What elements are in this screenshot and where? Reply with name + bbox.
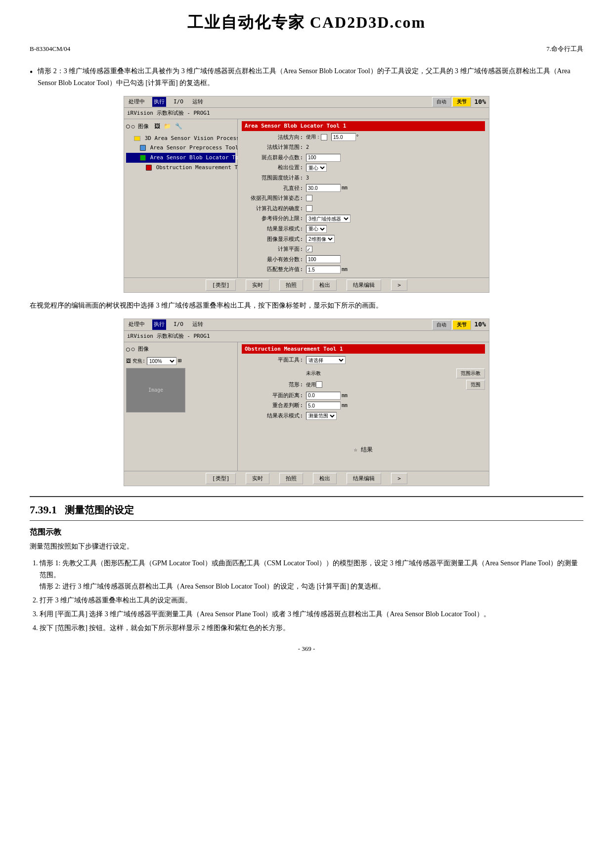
menu2-item-run[interactable]: 运转: [191, 320, 205, 330]
left-panel-2: ○ ○ 图像 🖼 究焦: 100% ⊞ Image: [124, 342, 238, 471]
ui-body-2: ○ ○ 图像 🖼 究焦: 100% ⊞ Image Obstruction Me…: [124, 342, 489, 471]
menu2-item-processing[interactable]: 处理中: [127, 320, 146, 330]
focus-label: 究焦:: [132, 357, 145, 365]
input-holedia[interactable]: [306, 184, 341, 192]
form-row-roundbase: 范围圆度统计基: 3: [242, 174, 485, 183]
tree-item-root[interactable]: 3D Area Sensor Vision Process: [126, 134, 235, 143]
form-row-reflimit: 参考得分的上限: 3维广域传感器: [242, 214, 485, 223]
form-row-calcplane: 计算平面:: [242, 245, 485, 254]
step-2-text: 打开 3 维广域传感器重叠率检出工具的设定画面。: [40, 596, 192, 604]
tab-realtime-1[interactable]: 实时: [246, 279, 269, 291]
val-linerange: 2: [306, 143, 309, 151]
label-resultmode: 结果表示模式:: [242, 411, 306, 420]
result-section: ☆ 结果: [242, 445, 485, 455]
result-label: ☆ 结果: [354, 446, 373, 453]
input-planedist[interactable]: [306, 392, 341, 400]
menu2-item-io[interactable]: I/O: [172, 320, 185, 330]
tab-more-1[interactable]: >: [391, 279, 407, 291]
select-planetool[interactable]: 请选择: [306, 356, 346, 364]
input-linedir-val[interactable]: [331, 133, 356, 141]
tab-photo-1[interactable]: 拍照: [279, 279, 303, 291]
toolbar-zoom-row: 🖼 究焦: 100% ⊞: [126, 356, 235, 365]
input-matchtol[interactable]: [306, 266, 341, 274]
tree-item-preprocess[interactable]: Area Sensor Preprocess Tool 1: [126, 143, 235, 153]
ui-screenshot-2: 处理中 执行 I/O 运转 自动 关节 10% iRVision 示数和试验 -…: [124, 319, 489, 486]
select-reflimit[interactable]: 3维广域传感器: [306, 215, 350, 223]
step-1: 情形 1: 先教父工具（图形匹配工具（GPM Locator Tool）或曲面匹…: [40, 557, 583, 593]
tab2-type[interactable]: [类型]: [206, 473, 236, 485]
zoom-icon: 🖼: [126, 357, 131, 365]
step-2: 打开 3 维广域传感器重叠率检出工具的设定画面。: [40, 594, 583, 606]
tool-icon-3: [146, 165, 152, 171]
checkbox-linedir[interactable]: [321, 134, 327, 140]
menu-item-processing[interactable]: 处理中: [127, 97, 146, 107]
label-imgmode: 图像显示模式:: [242, 235, 306, 244]
range-btn-2[interactable]: 范围: [466, 380, 485, 390]
section-divider: [30, 520, 583, 521]
form-row-detpos: 检出位置: 重心: [242, 163, 485, 172]
select-resultmode[interactable]: 测量范围: [306, 412, 337, 420]
checkbox-use[interactable]: [316, 381, 322, 388]
val-roundbase: 3: [306, 174, 309, 182]
zoom-select[interactable]: 100%: [147, 357, 176, 365]
select-detpos[interactable]: 重心: [306, 164, 327, 172]
tune-button-1[interactable]: 关节: [452, 97, 471, 107]
label-holedia: 孔直径:: [242, 184, 306, 193]
form-row-minscore: 最小有效分数:: [242, 255, 485, 264]
right-panel-2: Obstruction Measurement Tool 1 平面工具: 请选择…: [238, 342, 489, 471]
input-minscore[interactable]: [306, 255, 341, 263]
panel-title-2: Obstruction Measurement Tool 1: [242, 344, 485, 354]
tab2-detect[interactable]: 检出: [313, 473, 337, 485]
ui-screenshot-1: 处理中 执行 I/O 运转 自动 关节 10% iRVision 示数和试验 -…: [124, 96, 489, 293]
circle-icon-2: ○: [126, 344, 130, 355]
menu2-item-execute[interactable]: 执行: [152, 320, 166, 330]
page-number: - 369 -: [30, 644, 583, 654]
tab-type-1[interactable]: [类型]: [206, 279, 236, 291]
menu-item-run[interactable]: 运转: [191, 97, 205, 107]
label-linedir: 法线方向:: [242, 133, 306, 142]
use-label: 使用: [306, 381, 316, 389]
input-overlaptol[interactable]: [306, 402, 341, 410]
tab2-more[interactable]: >: [391, 473, 407, 485]
unit-deg: °: [356, 133, 359, 141]
step-4: 按下 [范围示教] 按钮。这样，就会如下所示那样显示 2 维图像和紫红色的长方形…: [40, 622, 583, 634]
label-minscore: 最小有效分数:: [242, 255, 306, 264]
label-profile: 范形:: [242, 380, 306, 389]
tree-item-obstruction[interactable]: Obstruction Measurement Tool 1: [126, 163, 235, 173]
bottom-bar-1: [类型] 实时 拍照 检出 结果编辑 >: [124, 277, 489, 293]
checkbox-calchole[interactable]: [306, 205, 312, 212]
tree-item-blob-locator[interactable]: Area Sensor Blob Locator Tool 1: [126, 153, 235, 163]
left-panel-1: ○ ○ 图像 🖼 📁 🔧 3D Area Sensor Vision Proce…: [124, 119, 238, 277]
auto-button-1[interactable]: 自动: [432, 97, 451, 107]
menu-item-io[interactable]: I/O: [172, 97, 185, 107]
subsection-title: 范围示教: [30, 526, 583, 539]
auto-button-2[interactable]: 自动: [432, 320, 451, 330]
tab2-photo[interactable]: 拍照: [279, 473, 303, 485]
range-teach-btn[interactable]: 范围示教: [456, 368, 485, 378]
select-imgmode[interactable]: 2维图像: [306, 235, 335, 243]
select-dispmode[interactable]: 重心: [306, 225, 327, 233]
menu-item-execute[interactable]: 执行: [152, 97, 166, 107]
checkbox-calcatt[interactable]: [306, 195, 312, 201]
image-label-2: ○ 图像: [131, 345, 149, 354]
not-taught-label: 未示教: [306, 369, 456, 377]
image-area-2: Image: [126, 368, 185, 412]
expand-icon[interactable]: ⊞: [178, 356, 181, 365]
label-dispmode: 结果显示模式:: [242, 225, 306, 233]
tune-button-2[interactable]: 关节: [452, 320, 471, 330]
prog-bar-2: iRVision 示数和试验 - PROG1: [124, 331, 489, 342]
checkbox-calcplane[interactable]: [306, 246, 312, 252]
form-row-profile: 范形: 使用 范围: [242, 380, 485, 390]
doc-id: B-83304CM/04: [30, 44, 70, 54]
image-label: ○ 图像: [131, 122, 149, 131]
label-calcplane: 计算平面:: [242, 245, 306, 254]
pct-label-2: 10%: [475, 320, 486, 330]
input-minpts[interactable]: [306, 154, 341, 162]
val-linedir: 使用：: [306, 133, 327, 141]
steps-list: 情形 1: 先教父工具（图形匹配工具（GPM Locator Tool）或曲面匹…: [40, 557, 583, 634]
form-row-minpts: 斑点群最小点数:: [242, 153, 485, 162]
tab2-realtime[interactable]: 实时: [246, 473, 269, 485]
tab-resultedit-1[interactable]: 结果编辑: [347, 279, 381, 291]
tab2-resultedit[interactable]: 结果编辑: [347, 473, 381, 485]
tab-detect-1[interactable]: 检出: [313, 279, 337, 291]
